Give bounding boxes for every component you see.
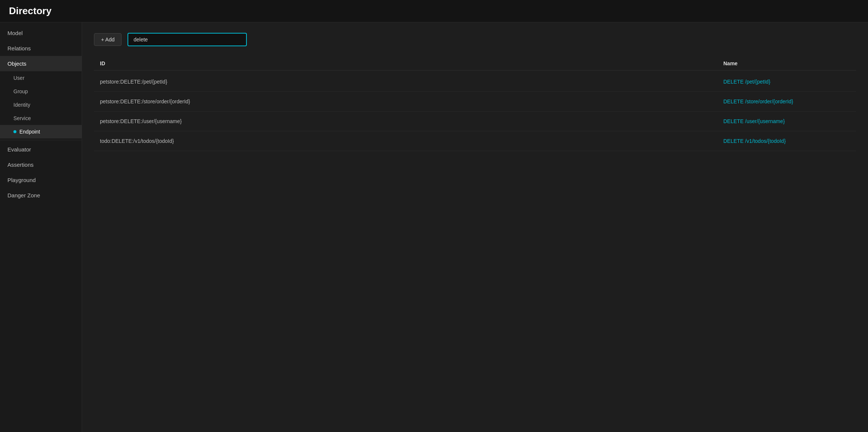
row-id-cell: petstore:DELETE:/pet/{petId} [100,79,723,85]
sidebar-item-assertions[interactable]: Assertions [0,157,82,172]
column-id-header: ID [100,60,723,66]
table-row[interactable]: petstore:DELETE:/store/order/{orderId}DE… [94,92,856,112]
row-id-cell: petstore:DELETE:/user/{username} [100,118,723,124]
sidebar-subitem-user[interactable]: User [0,71,82,85]
sidebar-subitem-endpoint[interactable]: Endpoint [0,125,82,138]
row-name-cell: DELETE /v1/todos/{todoId} [723,138,850,144]
sidebar-item-evaluator[interactable]: Evaluator [0,142,82,157]
sidebar-divider [0,140,82,140]
table-body: petstore:DELETE:/pet/{petId}DELETE /pet/… [94,72,856,151]
main-layout: ModelRelationsObjectsUserGroupIdentitySe… [0,22,868,432]
toolbar: + Add [94,33,856,46]
sidebar-item-relations[interactable]: Relations [0,41,82,56]
subitem-label-group: Group [13,88,28,94]
row-id-cell: petstore:DELETE:/store/order/{orderId} [100,98,723,104]
active-dot-indicator [13,130,16,133]
column-name-header: Name [723,60,850,66]
sidebar-subitem-service[interactable]: Service [0,112,82,125]
subitem-label-user: User [13,75,25,81]
sidebar-item-objects[interactable]: Objects [0,56,82,71]
page-title: Directory [9,5,859,17]
top-header: Directory [0,0,868,22]
sidebar-item-danger-zone[interactable]: Danger Zone [0,188,82,203]
search-input[interactable] [128,33,247,46]
sidebar-subitem-group[interactable]: Group [0,85,82,98]
table-row[interactable]: petstore:DELETE:/user/{username}DELETE /… [94,112,856,131]
add-button[interactable]: + Add [94,33,122,46]
sidebar-subitem-identity[interactable]: Identity [0,98,82,112]
content-area: + Add ID Name petstore:DELETE:/pet/{petI… [82,22,868,432]
table-header: ID Name [94,57,856,71]
subitem-label-endpoint: Endpoint [19,129,40,135]
sidebar-item-model[interactable]: Model [0,25,82,41]
row-name-cell: DELETE /store/order/{orderId} [723,98,850,104]
table-row[interactable]: todo:DELETE:/v1/todos/{todoId}DELETE /v1… [94,131,856,151]
row-id-cell: todo:DELETE:/v1/todos/{todoId} [100,138,723,144]
subitem-label-identity: Identity [13,102,30,108]
row-name-cell: DELETE /pet/{petId} [723,79,850,85]
sidebar: ModelRelationsObjectsUserGroupIdentitySe… [0,22,82,432]
sidebar-item-playground[interactable]: Playground [0,172,82,188]
subitem-label-service: Service [13,115,31,121]
table-row[interactable]: petstore:DELETE:/pet/{petId}DELETE /pet/… [94,72,856,92]
row-name-cell: DELETE /user/{username} [723,118,850,124]
